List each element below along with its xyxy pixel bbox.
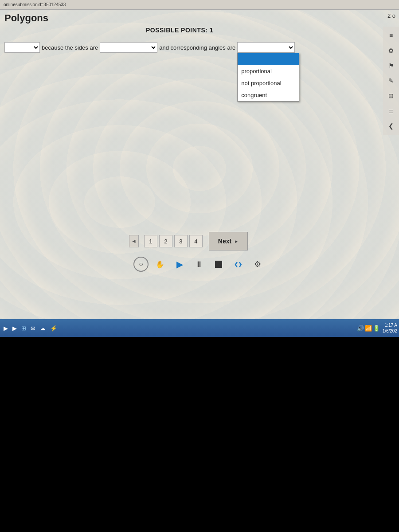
sidebar-icon-expand[interactable]: ❮ bbox=[385, 120, 397, 132]
sidebar-icon-4[interactable]: ✎ bbox=[385, 74, 397, 87]
xo-icon: ❮❯ bbox=[234, 262, 242, 267]
tray-icon-2[interactable]: 📶 bbox=[365, 325, 372, 332]
black-area bbox=[0, 355, 399, 532]
media-play-button[interactable]: ▶ bbox=[172, 256, 188, 272]
tray-icon-3[interactable]: 🔋 bbox=[373, 325, 380, 332]
page-2-button[interactable]: 2 bbox=[159, 235, 172, 247]
sentence-text-1: because the sides are bbox=[42, 44, 98, 51]
sentence-text-2: and corresponding angles are bbox=[159, 44, 235, 51]
tray-icon-1[interactable]: 🔊 bbox=[357, 325, 364, 332]
dropdown3-container: proportional not proportional congruent … bbox=[237, 42, 295, 53]
media-hand-button[interactable]: ✋ bbox=[152, 256, 168, 272]
taskbar-icon-2[interactable]: ▶ bbox=[11, 324, 19, 332]
media-circle-button[interactable]: ○ bbox=[133, 257, 149, 272]
taskbar: ▶ ▶ ⊞ ✉ ☁ ⚡ 🔊 📶 🔋 1:17 A 1/6/202 bbox=[0, 319, 399, 337]
next-button[interactable]: Next ► bbox=[209, 232, 248, 250]
system-clock: 1:17 A 1/6/202 bbox=[383, 322, 397, 334]
pagination-area: ◄ 1 2 3 4 Next ► bbox=[0, 232, 377, 250]
dropdown-option-empty[interactable] bbox=[238, 53, 299, 65]
dropdown-option-proportional[interactable]: proportional bbox=[238, 65, 299, 77]
sidebar-icon-1[interactable]: ≡ bbox=[385, 29, 397, 42]
page-3-button[interactable]: 3 bbox=[174, 235, 188, 247]
url-text: onlinesubmissionid=350124533 bbox=[4, 2, 66, 7]
media-controls-bar: ○ ✋ ▶ ⏸ ❮❯ ⚙ bbox=[0, 254, 399, 275]
dropdown3[interactable]: proportional not proportional congruent bbox=[237, 42, 295, 53]
taskbar-icon-6[interactable]: ⚡ bbox=[48, 324, 59, 332]
dropdown2[interactable] bbox=[100, 42, 157, 53]
right-sidebar: ≡ ✿ ⚑ ✎ ⊞ ≣ ❮ bbox=[383, 27, 399, 135]
stop-icon bbox=[215, 261, 222, 268]
media-pause-button[interactable]: ⏸ bbox=[191, 256, 207, 272]
sidebar-icon-6[interactable]: ≣ bbox=[385, 105, 397, 117]
url-bar: onlinesubmissionid=350124533 bbox=[0, 0, 399, 10]
page-4-button[interactable]: 4 bbox=[189, 235, 203, 247]
circle-icon: ○ bbox=[139, 260, 143, 268]
clock-date: 1/6/202 bbox=[383, 328, 397, 334]
media-settings-button[interactable]: ⚙ bbox=[250, 256, 266, 272]
clock-time: 1:17 A bbox=[383, 322, 397, 328]
taskbar-icon-1[interactable]: ▶ bbox=[2, 324, 10, 332]
pause-icon: ⏸ bbox=[195, 260, 203, 269]
sentence-area: because the sides are and corresponding … bbox=[4, 42, 377, 53]
page-indicator: 2 o bbox=[387, 12, 395, 19]
gear-icon: ⚙ bbox=[254, 259, 261, 269]
media-stop-button[interactable] bbox=[211, 256, 227, 272]
sidebar-icon-5[interactable]: ⊞ bbox=[385, 90, 397, 102]
taskbar-icon-3[interactable]: ⊞ bbox=[20, 324, 28, 332]
dropdown-option-not-proportional[interactable]: not proportional bbox=[238, 77, 299, 89]
page-1-button[interactable]: 1 bbox=[144, 235, 157, 247]
next-label: Next bbox=[218, 238, 231, 245]
next-arrow-icon: ► bbox=[234, 239, 239, 244]
dropdown3-menu: proportional not proportional congruent bbox=[237, 53, 299, 102]
possible-points-label: POSSIBLE POINTS: 1 bbox=[0, 27, 359, 34]
play-icon: ▶ bbox=[176, 259, 183, 270]
dropdown-option-congruent[interactable]: congruent bbox=[238, 89, 299, 101]
dropdown1[interactable] bbox=[4, 42, 40, 53]
media-xo-button[interactable]: ❮❯ bbox=[230, 256, 246, 272]
sidebar-icon-3[interactable]: ⚑ bbox=[385, 59, 397, 72]
page-title: Polygons bbox=[4, 12, 48, 24]
sidebar-icon-2[interactable]: ✿ bbox=[385, 44, 397, 57]
taskbar-icon-4[interactable]: ✉ bbox=[29, 324, 37, 332]
main-window: onlinesubmissionid=350124533 Polygons 2 … bbox=[0, 0, 399, 337]
prev-page-button[interactable]: ◄ bbox=[129, 235, 139, 247]
taskbar-icon-5[interactable]: ☁ bbox=[38, 324, 47, 332]
hand-icon: ✋ bbox=[156, 260, 164, 269]
